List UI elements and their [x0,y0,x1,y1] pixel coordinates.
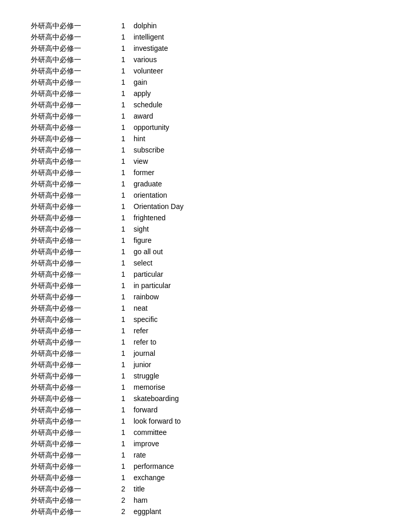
table-row: 外研高中必修一1in particular [31,280,380,292]
table-row: 外研高中必修一1refer to [31,337,380,348]
source-cell: 外研高中必修一 [31,134,113,145]
number-cell: 1 [113,54,134,66]
source-cell: 外研高中必修一 [31,371,113,382]
table-row: 外研高中必修一1go all out [31,246,380,258]
word-cell: look forward to [134,416,380,427]
word-cell: award [134,111,380,122]
table-row: 外研高中必修一1improve [31,439,380,450]
table-row: 外研高中必修一1intelligent [31,32,380,43]
number-cell: 1 [113,134,134,145]
source-cell: 外研高中必修一 [31,21,113,32]
table-row: 外研高中必修一1dolphin [31,21,380,32]
word-cell: former [134,167,380,179]
source-cell: 外研高中必修一 [31,179,113,190]
table-row: 外研高中必修一1schedule [31,100,380,111]
source-cell: 外研高中必修一 [31,224,113,235]
table-row: 外研高中必修一1investigate [31,43,380,54]
source-cell: 外研高中必修一 [31,484,113,495]
word-cell: ham [134,495,380,506]
word-cell: forward [134,405,380,416]
number-cell: 1 [113,224,134,235]
number-cell: 1 [113,190,134,201]
word-cell: volunteer [134,66,380,77]
source-cell: 外研高中必修一 [31,246,113,258]
table-row: 外研高中必修一2eggplant [31,506,380,518]
number-cell: 1 [113,21,134,32]
number-cell: 1 [113,179,134,190]
source-cell: 外研高中必修一 [31,156,113,167]
word-cell: select [134,258,380,269]
table-row: 外研高中必修一1hint [31,134,380,145]
table-row: 外研高中必修一1memorise [31,382,380,393]
word-cell: figure [134,235,380,246]
word-cell: memorise [134,382,380,393]
source-cell: 外研高中必修一 [31,461,113,472]
source-cell: 外研高中必修一 [31,337,113,348]
source-cell: 外研高中必修一 [31,439,113,450]
source-cell: 外研高中必修一 [31,54,113,66]
word-cell: Orientation Day [134,201,380,213]
number-cell: 1 [113,405,134,416]
word-cell: performance [134,461,380,472]
table-row: 外研高中必修一1apply [31,88,380,100]
source-cell: 外研高中必修一 [31,77,113,88]
word-cell: rainbow [134,292,380,303]
number-cell: 1 [113,326,134,337]
word-cell: hint [134,134,380,145]
table-row: 外研高中必修一1junior [31,359,380,371]
number-cell: 1 [113,201,134,213]
word-cell: junior [134,359,380,371]
word-cell: refer [134,326,380,337]
table-row: 外研高中必修一1former [31,167,380,179]
source-cell: 外研高中必修一 [31,269,113,280]
number-cell: 1 [113,246,134,258]
word-cell: graduate [134,179,380,190]
table-row: 外研高中必修一2ham [31,495,380,506]
word-cell: gain [134,77,380,88]
word-cell: schedule [134,100,380,111]
source-cell: 外研高中必修一 [31,348,113,359]
source-cell: 外研高中必修一 [31,393,113,405]
source-cell: 外研高中必修一 [31,100,113,111]
word-cell: intelligent [134,32,380,43]
table-row: 外研高中必修一1exchange [31,472,380,484]
number-cell: 1 [113,359,134,371]
table-row: 外研高中必修一1particular [31,269,380,280]
number-cell: 1 [113,111,134,122]
word-cell: frightened [134,213,380,224]
word-cell: rate [134,450,380,461]
table-row: 外研高中必修一1performance [31,461,380,472]
source-cell: 外研高中必修一 [31,495,113,506]
table-row: 外研高中必修一1orientation [31,190,380,201]
source-cell: 外研高中必修一 [31,111,113,122]
table-row: 外研高中必修一1committee [31,427,380,439]
source-cell: 外研高中必修一 [31,280,113,292]
source-cell: 外研高中必修一 [31,472,113,484]
word-cell: dolphin [134,21,380,32]
source-cell: 外研高中必修一 [31,382,113,393]
source-cell: 外研高中必修一 [31,303,113,314]
word-cell: investigate [134,43,380,54]
table-row: 外研高中必修一1journal [31,348,380,359]
table-row: 外研高中必修一1frightened [31,213,380,224]
number-cell: 1 [113,213,134,224]
word-cell: specific [134,314,380,326]
table-row: 外研高中必修一1gain [31,77,380,88]
number-cell: 1 [113,416,134,427]
table-row: 外研高中必修一1forward [31,405,380,416]
number-cell: 1 [113,269,134,280]
number-cell: 1 [113,292,134,303]
number-cell: 1 [113,32,134,43]
source-cell: 外研高中必修一 [31,416,113,427]
number-cell: 1 [113,337,134,348]
source-cell: 外研高中必修一 [31,167,113,179]
table-row: 外研高中必修一2title [31,484,380,495]
number-cell: 1 [113,472,134,484]
number-cell: 1 [113,427,134,439]
number-cell: 1 [113,314,134,326]
word-cell: various [134,54,380,66]
word-cell: neat [134,303,380,314]
number-cell: 2 [113,495,134,506]
number-cell: 1 [113,156,134,167]
source-cell: 外研高中必修一 [31,145,113,156]
